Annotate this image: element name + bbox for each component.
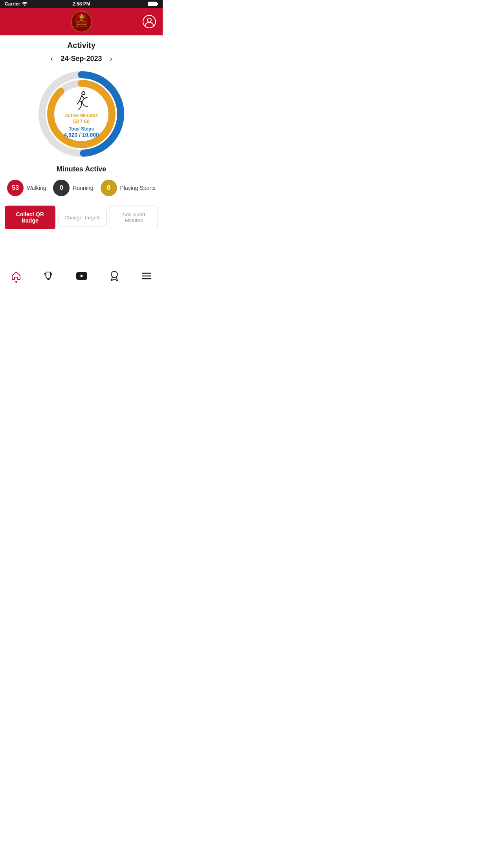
current-date: 24-Sep-2023 (61, 55, 102, 63)
status-bar-right (148, 2, 158, 6)
svg-point-13 (147, 18, 151, 22)
date-navigation: ‹ 24-Sep-2023 › (0, 53, 163, 67)
running-label: Running (73, 185, 93, 191)
sports-badge: 0 (101, 180, 117, 196)
total-steps-label: Total Steps (69, 126, 94, 132)
status-bar-left: Carrier (5, 1, 28, 7)
activity-badges: 53 Walking 0 Running 0 Playing Sports (0, 178, 163, 203)
next-date-button[interactable]: › (110, 55, 112, 63)
svg-point-23 (111, 271, 117, 278)
change-targets-button[interactable]: Change Targets (59, 209, 107, 226)
active-minutes-value: 53 / 60 (73, 118, 90, 125)
collect-qr-button[interactable]: Collect QR Badge (5, 206, 55, 229)
svg-point-18 (82, 92, 85, 95)
running-badge: 0 (53, 180, 70, 196)
ring-center-content: Active Minutes 53 / 60 Total Steps 4,920… (64, 90, 99, 138)
menu-icon (141, 272, 152, 280)
activity-ring: Active Minutes 53 / 60 Total Steps 4,920… (38, 71, 125, 157)
app-logo: SALFORD RED DEVILS (71, 11, 92, 33)
svg-point-0 (24, 5, 26, 6)
header: SALFORD RED DEVILS (0, 8, 163, 35)
svg-rect-1 (148, 2, 157, 6)
svg-point-10 (80, 18, 83, 21)
action-buttons: Collect QR Badge Change Targets Add Spor… (0, 203, 163, 232)
home-icon (11, 271, 21, 281)
status-bar-time: 2:58 PM (72, 1, 90, 7)
badge-icon (110, 270, 119, 281)
walking-badge: 53 (7, 180, 24, 196)
active-minutes-label: Active Minutes (65, 113, 98, 118)
sports-label: Playing Sports (120, 185, 156, 191)
wifi-icon (22, 2, 28, 6)
badge-group-sports: 0 Playing Sports (101, 180, 156, 196)
add-sport-minutes-button[interactable]: Add Sport Minutes (110, 206, 158, 229)
badge-group-running: 0 Running (53, 180, 93, 196)
sports-value: 0 (107, 184, 110, 191)
nav-badge[interactable] (106, 267, 122, 285)
nav-play[interactable] (73, 268, 91, 283)
runner-icon (70, 90, 93, 113)
profile-button[interactable] (142, 15, 156, 29)
bottom-nav (0, 262, 163, 289)
total-steps-value: 4,920 / 10,000 (64, 132, 99, 138)
page-title: Activity (0, 35, 163, 53)
trophy-icon (44, 271, 54, 281)
walking-value: 53 (12, 184, 19, 191)
carrier-text: Carrier (5, 1, 20, 7)
status-bar: Carrier 2:58 PM (0, 0, 163, 8)
svg-rect-2 (157, 3, 158, 5)
nav-trophy[interactable] (40, 268, 57, 284)
walking-label: Walking (27, 185, 46, 191)
running-value: 0 (60, 184, 63, 191)
activity-ring-container: Active Minutes 53 / 60 Total Steps 4,920… (0, 67, 163, 163)
home-active-dot (15, 281, 17, 283)
svg-text:RED DEVILS: RED DEVILS (77, 23, 86, 25)
prev-date-button[interactable]: ‹ (50, 55, 53, 63)
nav-home[interactable] (8, 268, 24, 284)
minutes-active-title: Minutes Active (0, 163, 163, 178)
play-icon (76, 272, 88, 280)
badge-group-walking: 53 Walking (7, 180, 46, 196)
nav-menu[interactable] (138, 269, 155, 283)
battery-icon (148, 2, 158, 6)
